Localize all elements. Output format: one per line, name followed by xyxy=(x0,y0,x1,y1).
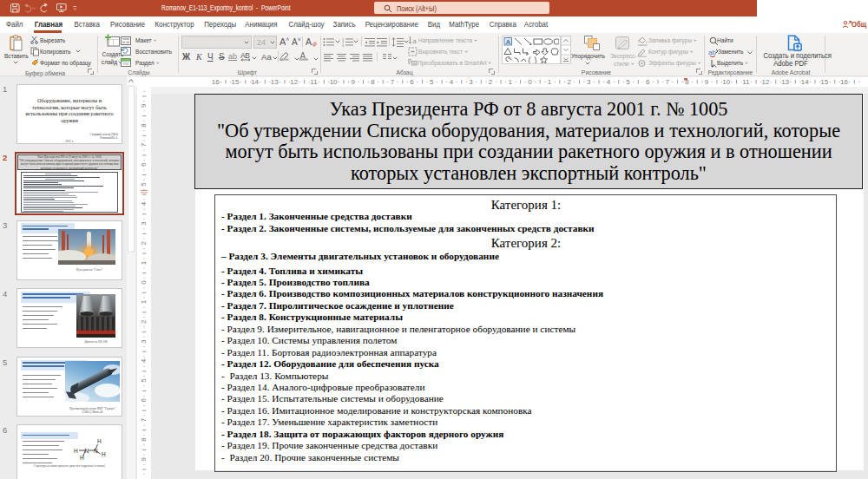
svg-text:1: 1 xyxy=(509,78,513,86)
svg-text:4: 4 xyxy=(140,358,148,363)
svg-text:13: 13 xyxy=(271,78,279,86)
svg-text:6: 6 xyxy=(140,398,148,403)
svg-text:2: 2 xyxy=(140,240,148,245)
svg-text:11: 11 xyxy=(310,78,318,86)
svg-text:12: 12 xyxy=(290,78,298,86)
svg-text:0: 0 xyxy=(528,78,532,86)
svg-text:8: 8 xyxy=(140,123,148,128)
svg-text:8: 8 xyxy=(371,78,375,86)
svg-text:1: 1 xyxy=(140,299,148,304)
svg-text:H: H xyxy=(80,455,84,461)
svg-text:11: 11 xyxy=(742,78,750,86)
svg-text:1: 1 xyxy=(140,260,148,265)
svg-text:13: 13 xyxy=(781,78,789,86)
svg-text:9: 9 xyxy=(140,103,148,108)
svg-text:6: 6 xyxy=(410,78,414,86)
svg-text:5: 5 xyxy=(140,378,148,383)
svg-text:А: А xyxy=(306,36,312,47)
svg-text:9: 9 xyxy=(140,456,148,461)
svg-text:6: 6 xyxy=(646,78,650,86)
svg-text:2: 2 xyxy=(140,319,148,324)
svg-text:14: 14 xyxy=(801,78,809,86)
svg-text:7: 7 xyxy=(666,78,670,86)
svg-text:16: 16 xyxy=(212,78,220,86)
svg-text:7: 7 xyxy=(140,417,148,422)
svg-text:12: 12 xyxy=(762,78,770,86)
svg-text:3: 3 xyxy=(140,221,148,226)
svg-text:N: N xyxy=(94,448,98,454)
svg-text:10: 10 xyxy=(722,78,730,86)
svg-text:3: 3 xyxy=(587,78,591,86)
svg-text:H: H xyxy=(97,438,102,444)
svg-text:8: 8 xyxy=(140,437,148,442)
svg-text:а: а xyxy=(413,37,418,45)
svg-text:9: 9 xyxy=(705,78,709,86)
svg-text:H: H xyxy=(74,448,78,454)
svg-text:H: H xyxy=(102,451,106,457)
svg-text:3: 3 xyxy=(140,339,148,344)
svg-text:10: 10 xyxy=(330,78,338,86)
svg-text:5: 5 xyxy=(430,78,434,86)
svg-text:6: 6 xyxy=(140,162,148,167)
svg-text:7: 7 xyxy=(391,78,395,86)
svg-text:3: 3 xyxy=(342,43,345,48)
svg-text:16: 16 xyxy=(840,78,848,86)
svg-text:7: 7 xyxy=(140,142,148,147)
svg-text:15: 15 xyxy=(231,78,239,86)
svg-text:14: 14 xyxy=(251,78,259,86)
svg-text:5: 5 xyxy=(140,182,148,187)
svg-text:A: A xyxy=(506,38,511,46)
svg-text:15: 15 xyxy=(820,78,828,86)
svg-text:9: 9 xyxy=(351,78,355,86)
svg-text:4: 4 xyxy=(140,201,148,206)
svg-text:2: 2 xyxy=(567,78,571,86)
svg-text:4: 4 xyxy=(450,78,454,86)
svg-text:4: 4 xyxy=(607,78,611,86)
svg-text:2: 2 xyxy=(489,78,493,86)
svg-text:0: 0 xyxy=(140,280,148,285)
svg-text:1: 1 xyxy=(548,78,552,86)
svg-text:N: N xyxy=(85,448,89,454)
svg-text:3: 3 xyxy=(469,78,473,86)
svg-text:ab: ab xyxy=(708,49,716,56)
svg-text:5: 5 xyxy=(626,78,630,86)
